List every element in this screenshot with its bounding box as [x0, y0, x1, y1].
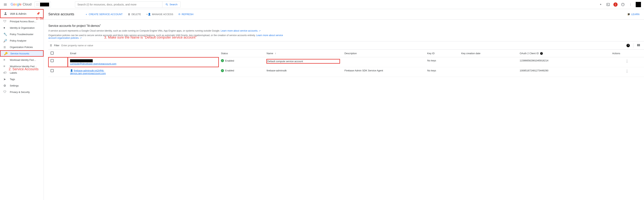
svg-point-2	[37, 5, 37, 5]
refresh-label: REFRESH	[182, 13, 193, 16]
main-area: Service accounts ＋ CREATE SERVICE ACCOUN…	[44, 9, 644, 200]
th-email[interactable]: Email	[68, 50, 219, 57]
sidebar-item-identity-organization[interactable]: ●Identity & Organization	[0, 24, 44, 31]
oauth-cell: 100851672481273449290	[518, 67, 610, 77]
sidebar-item-principal-access-boun-[interactable]: 🛡Principal Access Boun…	[0, 18, 44, 24]
learn-button[interactable]: 🎓 LEARN	[627, 13, 640, 16]
sidebar-item-service-accounts[interactable]: 🔑Service Accounts	[0, 50, 44, 57]
help-icon-table[interactable]: ?	[626, 44, 630, 47]
sidebar-item-policy-analyzer[interactable]: 🔎Policy Analyzer	[0, 38, 44, 44]
iam-admin-icon	[4, 12, 7, 16]
status-cell: ✓Enabled	[221, 69, 262, 72]
desc1-text: A service account represents a Google Cl…	[48, 30, 221, 32]
sidebar-item-label: Principal Access Boun…	[10, 20, 37, 23]
row-actions-button[interactable]: ⋮	[610, 67, 644, 77]
row-checkbox[interactable]	[50, 69, 54, 72]
avatar[interactable]	[636, 2, 641, 7]
status-cell: ✓Enabled	[221, 59, 262, 62]
filter-icon[interactable]: ☰	[50, 44, 52, 47]
filter-row: ☰ Filter ?	[48, 41, 644, 50]
sidebar-item-privacy-security[interactable]: 🛡Privacy & Security	[0, 89, 44, 95]
learn-more-sa-link[interactable]: Learn more about service accounts.	[221, 30, 260, 32]
filter-label: Filter	[54, 44, 60, 47]
check-icon: ✓	[221, 69, 224, 72]
row-checkbox[interactable]	[50, 59, 54, 62]
topbar: Google Cloud Search ✦ 1 ? ⋮	[0, 0, 644, 9]
th-description[interactable]: Description	[342, 50, 425, 57]
th-keyid[interactable]: Key ID	[425, 50, 459, 57]
search-bar: Search	[75, 1, 181, 8]
create-service-account-button[interactable]: ＋ CREATE SERVICE ACCOUNT	[85, 13, 122, 16]
topbar-right: ✦ 1 ? ⋮	[598, 2, 642, 7]
gemini-icon[interactable]: ✦	[598, 2, 603, 7]
svg-rect-10	[639, 44, 640, 46]
menu-icon[interactable]	[2, 1, 9, 8]
sidebar-item-icon: ≡	[4, 58, 7, 62]
sort-asc-icon: ↑	[275, 52, 276, 55]
refresh-icon: ⟳	[178, 13, 180, 16]
search-button-label: Search	[170, 3, 178, 6]
th-oauth[interactable]: OAuth 2 Client ID ?	[518, 50, 610, 57]
delete-label: DELETE	[132, 13, 141, 16]
filter-input[interactable]	[61, 44, 626, 47]
description-cell	[342, 57, 425, 67]
create-label: CREATE SERVICE ACCOUNT	[89, 13, 122, 16]
sidebar-item-label: Policy Analyzer	[10, 39, 26, 42]
sidebar-item-label: Policy Troubleshooter	[10, 33, 34, 36]
search-icon	[166, 3, 168, 6]
sidebar-item-workforce-identity-fed-[interactable]: ≡Workforce Identity Fed…	[0, 63, 44, 70]
manage-access-button[interactable]: +👤 MANAGE ACCESS	[146, 13, 173, 16]
sidebar-item-icon: 🔎	[4, 39, 7, 42]
column-selector-icon[interactable]	[637, 44, 640, 48]
select-all-checkbox[interactable]	[50, 52, 54, 54]
logo-cloud-text: Cloud	[23, 2, 32, 6]
keydate-cell	[459, 57, 517, 67]
sidebar-item-labels[interactable]: 🏷Labels	[0, 70, 44, 76]
refresh-button[interactable]: ⟳ REFRESH	[178, 13, 193, 16]
email-redacted	[70, 59, 93, 62]
sidebar-item-icon: 🔑	[4, 52, 7, 55]
sidebar-item-label: Workload Identity Fed…	[10, 58, 36, 62]
project-picker[interactable]	[34, 2, 51, 8]
search-input[interactable]	[75, 3, 162, 6]
help-icon[interactable]: ?	[620, 2, 625, 7]
svg-rect-9	[638, 44, 639, 46]
sidebar-item-label: Service Accounts	[10, 52, 29, 55]
sidebar-item-tags[interactable]: ➤Tags	[0, 76, 44, 82]
svg-rect-4	[607, 3, 610, 6]
cloud-shell-icon[interactable]	[606, 2, 610, 7]
row-actions-button[interactable]: ⋮	[610, 57, 644, 67]
th-status[interactable]: Status	[219, 50, 264, 57]
email-link[interactable]: compute@developer.gserviceaccount.com	[70, 62, 116, 65]
delete-button[interactable]: 🗑 DELETE	[128, 13, 141, 16]
sidebar-item-workload-identity-fed-[interactable]: ≡Workload Identity Fed…	[0, 57, 44, 63]
gcp-logo[interactable]: Google Cloud	[10, 2, 32, 6]
help-icon-oauth[interactable]: ?	[540, 52, 543, 55]
svg-point-1	[38, 4, 38, 4]
action-bar: Service accounts ＋ CREATE SERVICE ACCOUN…	[44, 9, 644, 20]
sidebar-item-policy-troubleshooter[interactable]: 🔧Policy Troubleshooter	[0, 31, 44, 38]
th-keydate[interactable]: Key creation date	[459, 50, 517, 57]
sidebar-header[interactable]: IAM & Admin 📌	[0, 9, 44, 18]
name-cell: Default compute service account	[264, 57, 342, 67]
notification-badge[interactable]: 1	[614, 2, 618, 6]
content: Service accounts for project "lit-demos"…	[44, 20, 644, 82]
sidebar-item-organization-policies[interactable]: ≣Organization Policies	[0, 44, 44, 50]
keydate-cell	[459, 67, 517, 77]
keyid-cell: No keys	[425, 57, 459, 67]
check-icon: ✓	[221, 59, 224, 62]
search-button[interactable]: Search	[162, 2, 180, 8]
keyid-cell: No keys	[425, 67, 459, 77]
account-icon: 👤	[70, 69, 73, 72]
pin-icon[interactable]: 📌	[36, 12, 40, 15]
sidebar-item-label: Labels	[10, 72, 17, 74]
project-name-redacted	[40, 3, 49, 6]
sidebar-item-settings[interactable]: ⚙Settings	[0, 82, 44, 89]
desc2-text: Organization policies can be used to sec…	[48, 34, 256, 37]
th-name[interactable]: Name ↑	[264, 50, 342, 57]
description-1: A service account represents a Google Cl…	[48, 30, 286, 32]
more-icon[interactable]: ⋮	[628, 2, 633, 7]
email-link[interactable]: firebase-adminsdk-jvt2t@lit-demos.iam.gs…	[70, 69, 106, 75]
sidebar-item-label: Identity & Organization	[10, 26, 35, 29]
learn-icon: 🎓	[627, 13, 630, 16]
